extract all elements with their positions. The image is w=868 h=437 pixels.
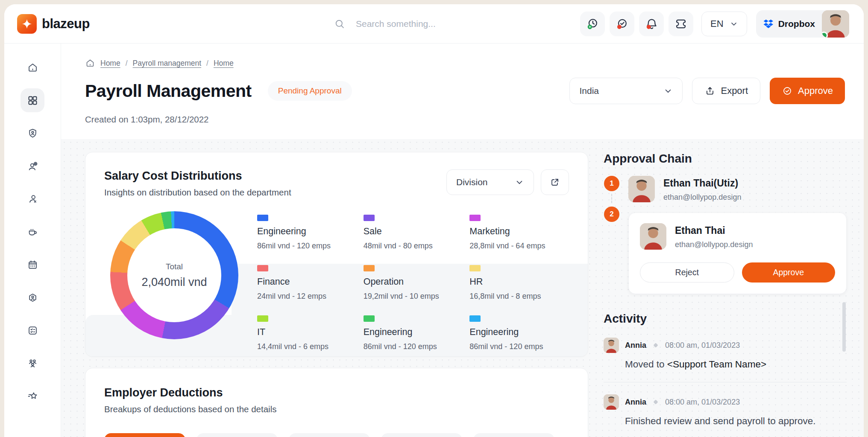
country-select[interactable]: India: [569, 78, 683, 104]
export-button[interactable]: Export: [692, 78, 760, 104]
activity-scrollbar[interactable]: [842, 302, 846, 352]
sidebar-item-dashboard[interactable]: [21, 88, 44, 112]
deduction-tab[interactable]: Total: [104, 433, 185, 437]
legend-value: 86mil vnd - 120 emps: [257, 242, 357, 251]
chevron-down-icon: [730, 20, 738, 28]
approvals-button[interactable]: [610, 12, 634, 36]
legend-color-swatch: [364, 215, 375, 221]
deduction-tab[interactable]: UI: [381, 433, 462, 437]
activity-section: Activity Annia 08:00 am, 01/03/2023 Move…: [604, 312, 847, 427]
home-icon: [27, 62, 38, 73]
coffee-break-icon: [27, 226, 38, 238]
approver-name: Ethan Thai: [675, 225, 753, 236]
breadcrumb-link-home[interactable]: Home: [100, 59, 120, 68]
deductions-tabs: Total PF HI UI TUF: [104, 433, 569, 437]
voucher-button[interactable]: [669, 12, 693, 36]
approver-row: Ethan Thai ethan@lollypop.design: [640, 223, 835, 250]
deduction-tab[interactable]: TUF: [473, 433, 554, 437]
user-add-icon: [27, 160, 38, 172]
donut-total-value: 2,040mil vnd: [141, 276, 207, 289]
sidebar-item-favorites[interactable]: [21, 384, 44, 408]
deduction-tab[interactable]: HI: [289, 433, 370, 437]
legend-color-swatch: [257, 215, 268, 221]
time-tracking-button[interactable]: [580, 12, 605, 36]
dropbox-label: Dropbox: [778, 19, 815, 29]
sidebar-item-home[interactable]: [21, 55, 44, 79]
approve-button[interactable]: Approve: [770, 78, 845, 104]
legend-item: Finance 24mil vnd - 12 emps: [257, 265, 357, 301]
approver-email: ethan@lollypop.design: [663, 193, 741, 202]
legend-value: 86mil vnd - 120 emps: [469, 342, 569, 351]
export-label: Export: [721, 85, 748, 96]
sidebar-item-team[interactable]: [21, 351, 44, 375]
legend-value: 86mil vnd - 120 emps: [364, 342, 463, 351]
activity-message-text: Finished review and send payroll to appr…: [625, 416, 816, 426]
approver-avatar: [628, 176, 655, 202]
chart-legend: Engineering 86mil vnd - 120 emps Sale 48…: [257, 215, 569, 351]
sidebar-nav: [4, 44, 61, 437]
breadcrumb-link-current[interactable]: Home: [214, 59, 234, 68]
language-select[interactable]: EN: [701, 12, 747, 36]
top-bar: blazeup: [4, 4, 864, 44]
breadcrumb-separator: /: [126, 59, 128, 68]
approval-chain: 1 Ethan Thai(Utiz): [604, 176, 847, 294]
legend-item: Engineering 86mil vnd - 120 emps: [257, 215, 357, 251]
approver-avatar: [640, 223, 666, 250]
team-icon: [27, 358, 38, 369]
donut-center: Total 2,040mil vnd: [127, 228, 221, 322]
activity-list: Annia 08:00 am, 01/03/2023 Moved to <Sup…: [604, 338, 847, 427]
reject-button[interactable]: Reject: [640, 262, 734, 283]
brand-name: blazeup: [42, 16, 90, 32]
main-content: Salary Cost Distributions Insights on di…: [61, 139, 864, 437]
activity-separator-dot: [653, 399, 658, 404]
division-select[interactable]: Division: [446, 169, 534, 195]
sidebar-item-remove-user[interactable]: [21, 187, 44, 211]
status-badge: Pending Approval: [268, 81, 352, 101]
dropbox-integration[interactable]: Dropbox: [756, 18, 822, 29]
legend-color-swatch: [364, 315, 375, 322]
salary-card-title: Salary Cost Distributions: [104, 169, 291, 183]
step-number-badge: 2: [604, 207, 619, 222]
approver-email: ethan@lollypop.design: [675, 240, 753, 249]
employer-deductions-card: Employer Deductions Breakups of deductio…: [85, 368, 588, 437]
page-title: Payroll Management: [85, 81, 252, 101]
activity-avatar: [604, 338, 619, 353]
sidebar-item-profile[interactable]: [21, 286, 44, 309]
division-select-value: Division: [456, 177, 488, 187]
sidebar-item-tasks[interactable]: [21, 318, 44, 342]
search-input[interactable]: [356, 19, 484, 29]
approver-name: Ethan Thai(Utiz): [663, 178, 741, 189]
activity-divider: [604, 382, 847, 382]
breadcrumb-link-payroll[interactable]: Payroll management: [133, 59, 202, 68]
brand-logo-icon: [17, 14, 37, 34]
activity-message: Moved to <Support Team Name>: [625, 359, 847, 370]
legend-label: HR: [469, 277, 569, 287]
deduction-tab[interactable]: PF: [196, 433, 278, 437]
legend-value: 28,8mil vnd - 64 emps: [469, 242, 569, 251]
page-header: Home / Payroll management / Home Payroll…: [61, 44, 864, 139]
export-icon: [704, 85, 716, 96]
legend-color-swatch: [257, 315, 268, 322]
open-external-button[interactable]: [541, 169, 569, 195]
breadcrumb-separator: /: [206, 59, 208, 68]
global-search: [334, 4, 484, 44]
right-panel: Approval Chain 1: [604, 152, 847, 437]
step-number-badge: 1: [604, 176, 619, 191]
sidebar-item-break[interactable]: [21, 220, 44, 244]
app-window: blazeup: [4, 4, 864, 437]
breadcrumb: Home / Payroll management / Home: [85, 58, 845, 68]
activity-user: Annia: [625, 398, 646, 407]
salary-distribution-card: Salary Cost Distributions Insights on di…: [85, 152, 588, 357]
brand-logo[interactable]: blazeup: [17, 14, 90, 34]
user-avatar[interactable]: [822, 10, 849, 38]
legend-color-swatch: [257, 265, 268, 271]
legend-label: Engineering: [364, 327, 463, 338]
legend-color-swatch: [469, 265, 481, 271]
legend-item: Engineering 86mil vnd - 120 emps: [364, 315, 463, 351]
chain-approve-button[interactable]: Approve: [742, 262, 836, 283]
sidebar-item-badge[interactable]: [21, 121, 44, 145]
clock-play-icon: [585, 17, 600, 31]
notifications-button[interactable]: [639, 12, 664, 36]
sidebar-item-add-user[interactable]: [21, 154, 44, 178]
sidebar-item-calendar[interactable]: [21, 253, 44, 277]
